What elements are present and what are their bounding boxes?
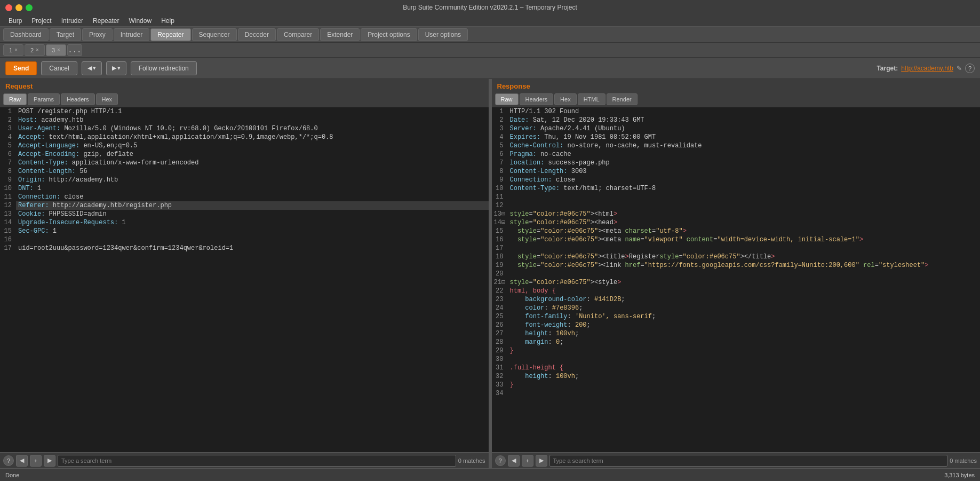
tab-user-options[interactable]: User options — [418, 28, 468, 41]
rep-tab-3-close[interactable]: × — [57, 47, 60, 53]
tab-target[interactable]: Target — [50, 28, 81, 41]
tab-project-options[interactable]: Project options — [361, 28, 417, 41]
tab-repeater[interactable]: Repeater — [150, 28, 190, 41]
request-line-1: 1POST /register.php HTTP/1.1 — [0, 107, 489, 116]
help-icon[interactable]: ? — [965, 64, 975, 73]
request-line-13: 13Cookie: PHPSESSID=admin — [0, 210, 489, 218]
line-content: Content-Type: application/x-www-form-url… — [16, 159, 489, 167]
response-tab-hex[interactable]: Hex — [554, 93, 577, 105]
target-url[interactable]: http://academy.htb — [901, 65, 953, 72]
response-search-matches: 0 matches — [950, 458, 977, 464]
request-search-next[interactable]: ▶ — [44, 455, 55, 467]
forward-button[interactable]: ▶ ▾ — [106, 61, 126, 75]
back-chevron: ▾ — [93, 65, 96, 72]
request-tab-params[interactable]: Params — [28, 93, 60, 105]
menu-repeater[interactable]: Repeater — [89, 16, 123, 26]
edit-icon[interactable]: ✎ — [957, 65, 962, 72]
line-number: 2 — [0, 116, 16, 124]
line-number: 5 — [0, 141, 16, 150]
maximize-button[interactable] — [26, 4, 33, 11]
main-content: Request Raw Params Headers Hex 1POST /re… — [0, 79, 980, 468]
line-number: 31 — [492, 364, 508, 372]
line-number: 29 — [492, 346, 508, 355]
line-number: 12 — [492, 201, 508, 210]
send-button[interactable]: Send — [5, 61, 37, 75]
tab-sequencer[interactable]: Sequencer — [192, 28, 237, 41]
response-tab-html[interactable]: HTML — [578, 93, 605, 105]
rep-tab-1[interactable]: 1 × — [3, 44, 23, 56]
line-content: font-weight: 200; — [508, 321, 981, 329]
menu-help[interactable]: Help — [157, 16, 179, 26]
line-number: 4 — [0, 133, 16, 141]
line-number: 23 — [492, 295, 508, 304]
cancel-button[interactable]: Cancel — [41, 61, 77, 75]
request-line-6: 6Accept-Encoding: gzip, deflate — [0, 150, 489, 159]
response-search-help[interactable]: ? — [495, 455, 506, 466]
menu-intruder[interactable]: Intruder — [57, 16, 87, 26]
request-search-help[interactable]: ? — [3, 455, 14, 466]
rep-tab-1-close[interactable]: × — [14, 47, 18, 53]
request-search-prev[interactable]: ◀ — [16, 455, 28, 467]
repeater-tab-bar: 1 × 2 × 3 × ... — [0, 43, 980, 58]
request-line-12: 12Referer: http://academy.htb/register.p… — [0, 201, 489, 210]
tab-proxy[interactable]: Proxy — [82, 28, 113, 41]
line-number: 11 — [0, 193, 16, 201]
rep-tab-2-close[interactable]: × — [36, 47, 39, 53]
line-number: 7 — [492, 159, 508, 167]
response-tab-render[interactable]: Render — [607, 93, 638, 105]
response-line-23: 23 background-color: #141D2B; — [492, 295, 981, 304]
line-number: 12 — [0, 201, 16, 210]
minimize-button[interactable] — [15, 4, 22, 11]
response-line-19: 19 style="color:#e06c75"><link href="htt… — [492, 261, 981, 270]
line-content: Connection: close — [16, 193, 489, 201]
tab-extender[interactable]: Extender — [320, 28, 360, 41]
response-search-next[interactable]: ▶ — [536, 455, 547, 467]
response-line-13: 13⊟style="color:#e06c75"><html> — [492, 210, 981, 218]
response-tab-raw[interactable]: Raw — [495, 93, 519, 105]
response-search-input[interactable] — [549, 455, 948, 467]
follow-redirection-button[interactable]: Follow redirection — [131, 61, 197, 75]
response-search-next-plus[interactable]: + — [522, 455, 533, 467]
line-content: POST /register.php HTTP/1.1 — [16, 107, 489, 116]
line-number: 19 — [492, 261, 508, 270]
target-info: Target: http://academy.htb ✎ ? — [877, 64, 975, 73]
request-line-4: 4Accept: text/html,application/xhtml+xml… — [0, 133, 489, 141]
request-tab-headers[interactable]: Headers — [61, 93, 95, 105]
menu-window[interactable]: Window — [124, 16, 156, 26]
request-code-area[interactable]: 1POST /register.php HTTP/1.12Host: acade… — [0, 107, 489, 452]
request-tab-hex[interactable]: Hex — [96, 93, 118, 105]
tab-dashboard[interactable]: Dashboard — [3, 28, 49, 41]
request-search-matches: 0 matches — [458, 458, 485, 464]
line-number: 14 — [0, 218, 16, 227]
title-bar: Burp Suite Community Edition v2020.2.1 –… — [0, 0, 980, 15]
rep-tab-3[interactable]: 3 × — [46, 44, 66, 56]
tab-intruder[interactable]: Intruder — [114, 28, 149, 41]
response-line-8: 8Content-Length: 3003 — [492, 167, 981, 176]
response-code-area[interactable]: 1HTTP/1.1 302 Found2Date: Sat, 12 Dec 20… — [492, 107, 981, 452]
back-button[interactable]: ◀ ▾ — [82, 61, 102, 75]
menu-project[interactable]: Project — [27, 16, 55, 26]
menu-burp[interactable]: Burp — [4, 16, 26, 26]
request-search-input[interactable] — [58, 455, 456, 467]
response-line-30: 30 — [492, 355, 981, 364]
line-number: 13 — [0, 210, 16, 218]
request-tab-raw[interactable]: Raw — [3, 93, 27, 105]
close-button[interactable] — [5, 4, 12, 11]
rep-tab-2[interactable]: 2 × — [25, 44, 45, 56]
window-controls[interactable] — [5, 4, 33, 11]
rep-tab-more[interactable]: ... — [67, 44, 82, 56]
tab-comparer[interactable]: Comparer — [277, 28, 319, 41]
line-content: margin: 0; — [508, 338, 981, 346]
line-content: Content-Length: 56 — [16, 167, 489, 176]
line-content — [508, 193, 981, 201]
response-tab-headers[interactable]: Headers — [520, 93, 554, 105]
line-content — [16, 235, 489, 244]
response-search-prev[interactable]: ◀ — [508, 455, 520, 467]
request-header: Request — [0, 79, 489, 93]
tab-decoder[interactable]: Decoder — [238, 28, 276, 41]
line-number: 14⊟ — [492, 218, 508, 227]
request-search-next-plus[interactable]: + — [30, 455, 42, 467]
line-content: Referer: http://academy.htb/register.php — [16, 201, 489, 210]
line-number: 1 — [492, 107, 508, 116]
line-number: 5 — [492, 141, 508, 150]
